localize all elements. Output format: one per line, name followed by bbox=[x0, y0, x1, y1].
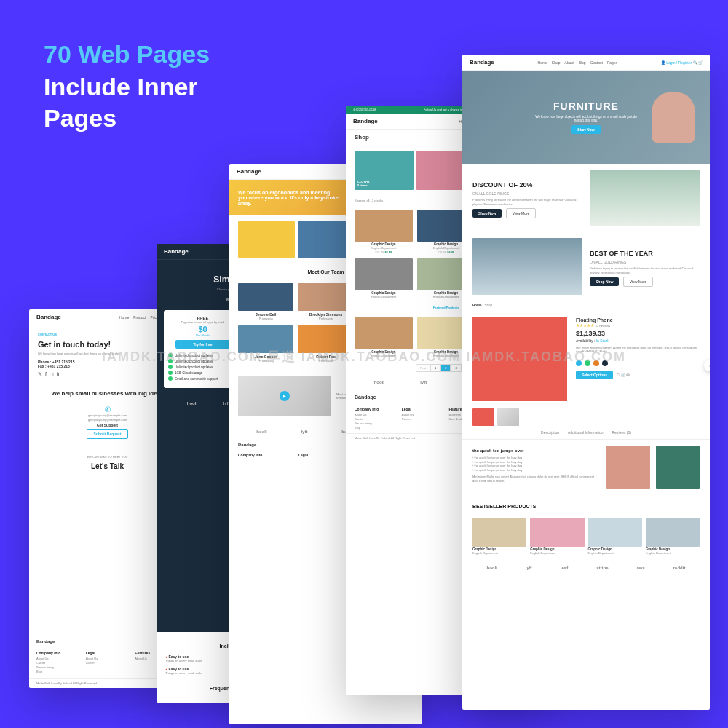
prod-img-0[interactable] bbox=[355, 210, 413, 242]
ft-0: Easy to use bbox=[168, 654, 189, 659]
instagram-icon[interactable]: ◻ bbox=[50, 371, 54, 377]
page-first[interactable]: First bbox=[416, 364, 430, 372]
best-shop[interactable]: Shop Now bbox=[590, 277, 619, 286]
f4l5[interactable]: Carrier bbox=[402, 417, 443, 421]
fl-4[interactable]: About Us bbox=[86, 657, 130, 660]
fl-5[interactable]: Carrier bbox=[86, 661, 130, 665]
product-reviews: 10 Reviews bbox=[595, 324, 610, 328]
product-desc: Met minim Mollie non desert Alamo est si… bbox=[576, 346, 700, 357]
color-blue[interactable] bbox=[576, 360, 582, 366]
cart-add-icon[interactable]: 🛒 bbox=[621, 373, 625, 377]
thumb-1[interactable] bbox=[472, 408, 494, 426]
color-dark[interactable] bbox=[602, 360, 608, 366]
tab-reviews[interactable]: Reviews (0) bbox=[612, 430, 630, 435]
color-green[interactable] bbox=[585, 360, 590, 366]
page-2[interactable]: 2 bbox=[440, 364, 451, 372]
page-1[interactable]: 1 bbox=[430, 364, 440, 372]
video-thumb[interactable]: ▶ bbox=[238, 376, 331, 416]
person-name-3: Jane Cooper bbox=[255, 355, 277, 359]
brand-logo-4: Bandage bbox=[353, 118, 378, 124]
discount-shop[interactable]: Shop Now bbox=[472, 209, 502, 218]
best-d-2: English Department bbox=[588, 551, 642, 555]
facebook-icon[interactable]: f bbox=[45, 371, 47, 377]
best-title: BEST OF THE YEAR bbox=[590, 250, 700, 257]
search-icon[interactable]: 🔍 bbox=[693, 60, 697, 65]
discount-view[interactable]: View More bbox=[506, 208, 537, 218]
tab-info[interactable]: Additional Information bbox=[568, 430, 603, 435]
f4l0[interactable]: About Us bbox=[355, 413, 396, 416]
prod-img-6[interactable] bbox=[355, 317, 413, 349]
color-options bbox=[576, 360, 700, 366]
nav-s5[interactable]: Shop bbox=[552, 60, 561, 65]
plan-cta-0[interactable]: Try for free bbox=[175, 340, 231, 349]
linkedin-icon[interactable]: in bbox=[57, 371, 60, 377]
nav-b5[interactable]: Blog bbox=[579, 60, 586, 65]
avail-value: In Stock bbox=[596, 339, 609, 343]
discount-image bbox=[590, 170, 700, 226]
brand-h-5: hooli bbox=[486, 566, 496, 570]
thumb-2[interactable] bbox=[497, 408, 519, 426]
shop-title: Shop bbox=[355, 134, 369, 141]
play-icon[interactable]: ▶ bbox=[280, 391, 290, 401]
best-d-0: English Department bbox=[472, 551, 526, 555]
hero-sub: We know how large objects will act, but … bbox=[535, 115, 637, 122]
best-0[interactable] bbox=[472, 518, 526, 547]
po-0: $16.48 bbox=[375, 250, 384, 254]
cart-icon[interactable]: 🛒 bbox=[698, 60, 703, 65]
fl-1[interactable]: Carrier bbox=[36, 661, 80, 665]
f4l1[interactable]: Carrier bbox=[355, 417, 396, 421]
nav-pg5[interactable]: Pages bbox=[607, 60, 617, 65]
prod-t-4: Graphic Design bbox=[434, 291, 458, 295]
f3c1: Legal bbox=[298, 453, 353, 457]
brand-logo: Bandage bbox=[164, 248, 189, 255]
tab-desc[interactable]: Description bbox=[541, 430, 559, 435]
f4l4[interactable]: About Us bbox=[402, 413, 443, 416]
nav-h5[interactable]: Home bbox=[538, 60, 547, 65]
feat-04: Email and community support bbox=[168, 376, 237, 381]
plan-price-0: $0 bbox=[168, 325, 237, 333]
f4l2[interactable]: We are hiring bbox=[355, 422, 396, 425]
fl-3[interactable]: Blog bbox=[36, 670, 80, 673]
user-icon[interactable]: 👤 bbox=[661, 60, 665, 65]
f4c0: Company Info bbox=[355, 407, 396, 411]
best-2[interactable] bbox=[588, 518, 642, 547]
feat-00: Unlimited product updates bbox=[168, 353, 237, 357]
f4l3[interactable]: Blog bbox=[355, 426, 396, 430]
page-3[interactable]: 3 bbox=[451, 364, 461, 372]
fl-2[interactable]: We are hiring bbox=[36, 665, 80, 669]
submit-button[interactable]: Submit Request bbox=[87, 429, 127, 439]
brand-h-4: hooli bbox=[374, 380, 384, 384]
nav-a5[interactable]: About bbox=[565, 60, 574, 65]
fl-0[interactable]: About Us bbox=[36, 657, 80, 660]
color-orange[interactable] bbox=[593, 360, 599, 366]
heart-icon[interactable]: ♡ bbox=[617, 373, 620, 377]
eye-icon[interactable]: 👁 bbox=[626, 373, 630, 377]
best-sub: ON ALL GOLD RINGS bbox=[590, 260, 700, 264]
fox-img-1 bbox=[606, 446, 650, 489]
fox-2: the quick fox jumps over the lazy dog bbox=[474, 460, 522, 464]
hero-title: FURNITURE bbox=[553, 100, 619, 112]
next-arrow-icon[interactable]: › bbox=[704, 360, 710, 371]
feat-02: Unlimited product updates bbox=[168, 365, 237, 369]
bc-shop[interactable]: Shop bbox=[485, 304, 493, 307]
nav-c5[interactable]: Contact bbox=[590, 60, 603, 65]
best-3[interactable] bbox=[646, 518, 700, 547]
bc-home[interactable]: Home bbox=[472, 304, 482, 307]
best-1[interactable] bbox=[530, 518, 584, 547]
feat-03: 1GB Cloud storage bbox=[168, 371, 237, 375]
hero-cta[interactable]: Start Now bbox=[571, 125, 600, 134]
twitter-icon[interactable]: 𝕏 bbox=[38, 371, 42, 377]
furniture-hero: FURNITURE We know how large objects will… bbox=[462, 71, 710, 164]
cat-1[interactable]: CLOTHS5 Items bbox=[355, 151, 414, 190]
brand-lf-5: leaf bbox=[561, 566, 568, 570]
person-role-0: Profession bbox=[238, 317, 293, 321]
select-options-button[interactable]: Select Options bbox=[576, 371, 613, 379]
best-view[interactable]: View More bbox=[623, 277, 654, 287]
nav-home[interactable]: Home bbox=[119, 315, 129, 320]
results-count: Showing all 12 results bbox=[355, 199, 383, 202]
fox-1: the quick fox jumps over the lazy dog bbox=[474, 456, 522, 459]
prod-img-3[interactable] bbox=[355, 258, 413, 290]
nav-product[interactable]: Product bbox=[133, 315, 146, 320]
brand-aws-5: aws bbox=[636, 566, 644, 570]
login-link[interactable]: Login / Register bbox=[666, 60, 692, 65]
